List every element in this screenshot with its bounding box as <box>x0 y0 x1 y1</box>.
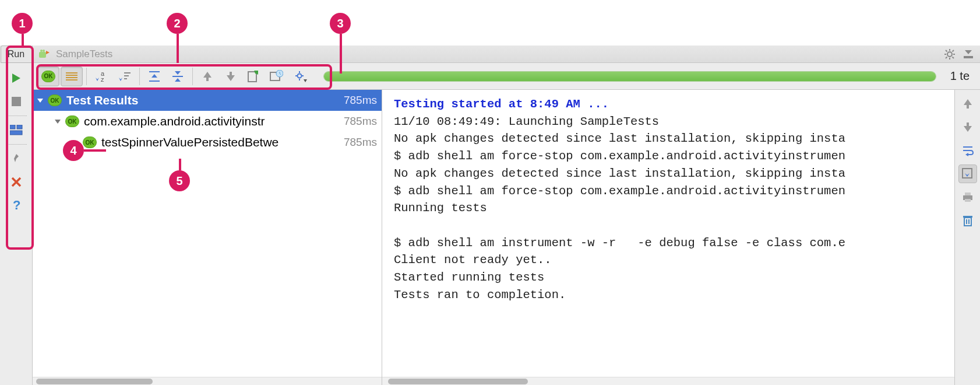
tree-package-row[interactable]: OK com.example.android.activityinstr 785… <box>33 111 382 132</box>
console-horizontal-scrollbar[interactable] <box>382 377 954 385</box>
callout-1-label: 1 <box>19 17 25 30</box>
print-button[interactable] <box>958 188 977 206</box>
svg-rect-30 <box>124 75 129 76</box>
console-line-highlight: Testing started at 8:49 AM ... <box>394 97 609 111</box>
arrow-up-icon <box>963 98 973 110</box>
stop-button[interactable] <box>7 92 26 111</box>
tree-horizontal-scrollbar[interactable] <box>33 377 382 385</box>
layout-button[interactable] <box>7 121 26 139</box>
console-output[interactable]: Testing started at 8:49 AM ... 11/10 08:… <box>382 90 954 385</box>
callout-2-label: 2 <box>174 17 180 30</box>
svg-point-10 <box>947 52 952 57</box>
svg-marker-53 <box>964 99 972 108</box>
soft-wrap-button[interactable] <box>958 141 977 160</box>
prev-failed-button[interactable] <box>196 66 218 86</box>
scrollbar-thumb[interactable] <box>36 379 153 384</box>
collapse-all-icon <box>171 70 184 83</box>
separator <box>6 116 27 116</box>
callout-5-line <box>179 159 181 170</box>
export-icon <box>246 70 259 83</box>
ok-icon: OK <box>48 94 62 106</box>
expand-all-button[interactable] <box>143 66 165 86</box>
svg-marker-25 <box>96 72 99 81</box>
callout-3-line <box>340 34 342 74</box>
settings-gear-button[interactable] <box>943 47 957 61</box>
import-history-icon <box>269 70 283 83</box>
svg-marker-54 <box>964 123 972 132</box>
expand-arrow-icon[interactable] <box>54 117 65 125</box>
tree-row-label: testSpinnerValuePersistedBetwe <box>101 135 279 149</box>
import-results-button[interactable] <box>265 66 287 86</box>
svg-rect-31 <box>124 78 127 79</box>
svg-marker-28 <box>119 72 122 81</box>
help-button[interactable]: ? <box>7 196 26 215</box>
svg-rect-34 <box>149 80 160 82</box>
collapse-all-button[interactable] <box>167 66 189 86</box>
svg-line-17 <box>953 50 954 52</box>
test-tree[interactable]: OK Test Results 785ms OK com.example.and… <box>33 90 382 377</box>
callout-1: 1 <box>12 13 33 34</box>
svg-rect-29 <box>124 72 131 74</box>
svg-rect-36 <box>172 76 183 77</box>
run-tab-label: Run <box>8 49 24 60</box>
clear-all-button[interactable] <box>958 211 977 230</box>
svg-rect-1 <box>12 97 21 106</box>
separator <box>192 68 193 85</box>
console-pane: Testing started at 8:49 AM ... 11/10 08:… <box>382 90 980 385</box>
close-x-icon <box>11 177 22 187</box>
expand-arrow-icon[interactable] <box>36 96 48 104</box>
svg-line-16 <box>953 57 954 58</box>
scroll-to-end-button[interactable] <box>958 164 977 183</box>
tree-row-label: com.example.android.activityinstr <box>84 114 265 128</box>
console-down-button[interactable] <box>958 118 977 136</box>
svg-rect-60 <box>965 199 971 202</box>
svg-rect-2 <box>10 125 15 129</box>
svg-marker-20 <box>965 50 972 54</box>
trash-icon <box>962 214 974 227</box>
hide-panel-button[interactable] <box>961 47 975 61</box>
tree-row-time: 785ms <box>338 136 377 149</box>
console-body: 11/10 08:49:49: Launching SampleTests No… <box>394 115 845 302</box>
svg-rect-61 <box>964 218 971 226</box>
printer-icon <box>961 191 974 203</box>
test-tree-pane: OK Test Results 785ms OK com.example.and… <box>33 90 382 385</box>
hide-icon <box>963 48 974 60</box>
tree-row-time: 785ms <box>338 115 377 128</box>
separator <box>139 68 140 85</box>
next-failed-button[interactable] <box>220 66 242 86</box>
sort-alpha-icon: az <box>94 70 108 83</box>
test-options-button[interactable] <box>290 66 312 86</box>
sort-alpha-button[interactable]: az <box>90 66 112 86</box>
panel-titlebar: SampleTests <box>33 46 980 63</box>
scrollbar-thumb[interactable] <box>388 379 528 384</box>
svg-rect-19 <box>964 56 973 58</box>
svg-marker-37 <box>175 78 181 82</box>
test-count-text: 1 te <box>948 69 975 83</box>
svg-line-18 <box>946 57 947 58</box>
svg-rect-6 <box>39 52 46 58</box>
sort-duration-button[interactable] <box>114 66 136 86</box>
svg-marker-51 <box>37 99 43 103</box>
svg-marker-57 <box>965 171 970 177</box>
svg-marker-35 <box>175 71 181 75</box>
svg-marker-55 <box>965 153 968 156</box>
svg-marker-9 <box>46 51 50 54</box>
export-results-button[interactable] <box>242 66 264 86</box>
android-test-icon <box>37 47 51 61</box>
pin-button[interactable] <box>7 149 26 168</box>
show-ignored-toggle[interactable] <box>61 66 83 86</box>
console-up-button[interactable] <box>958 94 977 113</box>
callout-1-line <box>22 34 24 46</box>
svg-marker-33 <box>151 74 157 78</box>
rerun-button[interactable] <box>7 69 26 88</box>
left-run-toolbar: Run ? <box>0 46 33 385</box>
close-button[interactable] <box>7 173 26 191</box>
svg-marker-52 <box>55 120 61 124</box>
layout-icon <box>10 125 23 135</box>
callout-5: 5 <box>169 170 190 191</box>
show-passed-toggle[interactable]: OK <box>37 66 59 86</box>
run-panel: SampleTests OK az <box>33 46 980 385</box>
tree-root-row[interactable]: OK Test Results 785ms <box>33 90 382 111</box>
svg-text:?: ? <box>13 198 20 212</box>
run-tab[interactable]: Run <box>1 46 32 63</box>
